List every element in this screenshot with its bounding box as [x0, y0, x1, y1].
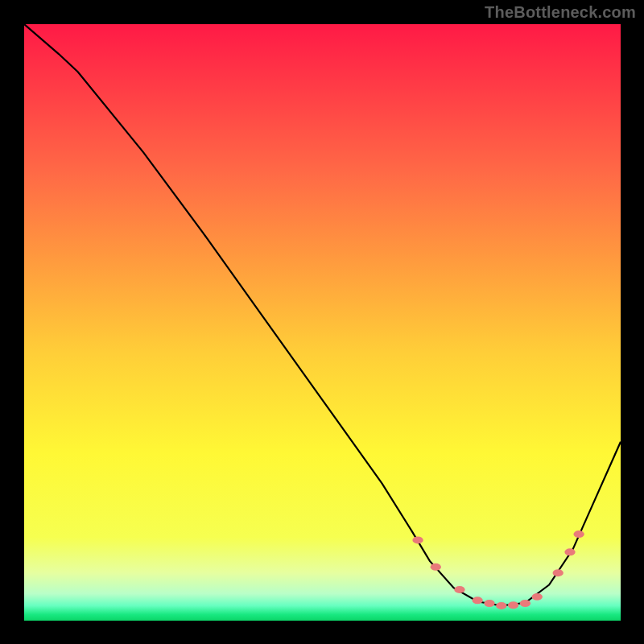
marker-dot — [496, 602, 506, 609]
marker-dot — [573, 530, 584, 538]
marker-dot — [520, 600, 530, 607]
marker-dot — [508, 601, 518, 609]
plot-area — [24, 24, 621, 621]
marker-dot — [564, 548, 575, 555]
marker-dot — [412, 537, 423, 544]
marker-dot — [532, 593, 543, 601]
curve-layer — [24, 24, 621, 621]
marker-dot — [553, 569, 564, 576]
marker-dot — [484, 600, 494, 607]
chart-container: TheBottleneck.com — [0, 0, 644, 644]
marker-dot — [431, 564, 441, 571]
watermark-text: TheBottleneck.com — [485, 3, 636, 22]
marker-dot — [472, 597, 482, 604]
highlight-markers — [412, 530, 584, 609]
marker-dot — [454, 586, 464, 593]
main-curve — [24, 24, 621, 605]
